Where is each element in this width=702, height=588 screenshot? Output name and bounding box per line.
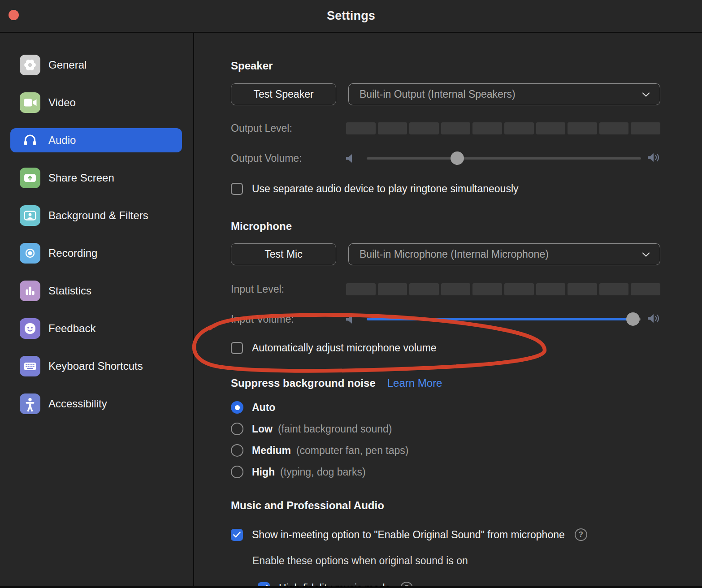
settings-window: Settings General xyxy=(0,0,702,588)
share-screen-icon xyxy=(20,168,40,188)
headphones-icon xyxy=(20,130,40,151)
sidebar-item-label: Statistics xyxy=(48,285,91,297)
sidebar-item-label: Audio xyxy=(48,134,76,147)
accessibility-icon xyxy=(20,393,40,414)
suppress-noise-heading: Suppress background noise xyxy=(231,377,376,389)
video-camera-icon xyxy=(20,92,40,113)
high-fidelity-checkbox-row: High fidelity music mode ? xyxy=(231,582,660,588)
radio-auto[interactable] xyxy=(231,401,243,414)
noise-option-low: Low (faint background sound) xyxy=(231,423,660,435)
input-level-label: Input Level: xyxy=(231,283,346,295)
sidebar-item-label: General xyxy=(48,59,87,71)
sidebar-item-general[interactable]: General xyxy=(10,53,182,77)
original-sound-checkbox-label: Show in-meeting option to "Enable Origin… xyxy=(252,529,565,541)
input-volume-knob[interactable] xyxy=(626,312,640,326)
sidebar-item-keyboard-shortcuts[interactable]: Keyboard Shortcuts xyxy=(10,354,182,378)
auto-adjust-checkbox-label: Automatically adjust microphone volume xyxy=(252,342,437,354)
radio-medium[interactable] xyxy=(231,444,243,457)
original-sound-checkbox[interactable] xyxy=(231,529,243,541)
music-audio-heading: Music and Professional Audio xyxy=(231,499,660,512)
output-volume-row: Output Volume: xyxy=(231,151,660,165)
sidebar-item-label: Accessibility xyxy=(48,398,107,410)
auto-adjust-checkbox-row: Automatically adjust microphone volume xyxy=(231,342,660,354)
radio-high-label: High xyxy=(252,466,275,478)
mic-loud-icon xyxy=(648,313,660,325)
titlebar: Settings xyxy=(0,0,702,33)
ringtone-checkbox[interactable] xyxy=(231,183,243,195)
learn-more-link[interactable]: Learn More xyxy=(387,377,442,389)
input-level-meter xyxy=(346,283,660,295)
radio-low-hint: (faint background sound) xyxy=(278,423,392,435)
sidebar-item-label: Video xyxy=(48,96,76,109)
sidebar-item-feedback[interactable]: Feedback xyxy=(10,316,182,341)
speaker-controls-row: Test Speaker Built-in Output (Internal S… xyxy=(231,83,660,105)
radio-high[interactable] xyxy=(231,466,243,478)
noise-option-auto: Auto xyxy=(231,401,660,414)
close-button[interactable] xyxy=(9,10,19,20)
chevron-down-icon xyxy=(642,252,650,257)
input-volume-slider[interactable] xyxy=(367,312,641,326)
speaker-heading: Speaker xyxy=(231,60,660,72)
person-frame-icon xyxy=(20,205,40,226)
sidebar-item-label: Feedback xyxy=(48,322,95,335)
radio-medium-label: Medium xyxy=(252,445,291,457)
sidebar-item-label: Recording xyxy=(48,247,97,259)
radio-high-hint: (typing, dog barks) xyxy=(280,466,365,478)
chevron-down-icon xyxy=(642,92,650,97)
sidebar-item-recording[interactable]: Recording xyxy=(10,241,182,265)
keyboard-icon xyxy=(20,356,40,376)
test-speaker-button[interactable]: Test Speaker xyxy=(231,83,336,105)
checkmark-icon xyxy=(260,585,268,588)
output-level-meter xyxy=(346,122,660,134)
noise-option-high: High (typing, dog barks) xyxy=(231,466,660,478)
ringtone-checkbox-label: Use separate audio device to play ringto… xyxy=(252,183,519,195)
output-volume-slider[interactable] xyxy=(367,151,641,165)
output-level-label: Output Level: xyxy=(231,122,346,134)
speaker-loud-icon xyxy=(648,152,660,164)
radio-low[interactable] xyxy=(231,423,243,435)
mic-device-value: Built-in Microphone (Internal Microphone… xyxy=(360,248,549,260)
speaker-device-dropdown[interactable]: Built-in Output (Internal Speakers) xyxy=(348,83,660,105)
sidebar-item-share-screen[interactable]: Share Screen xyxy=(10,166,182,190)
input-volume-label: Input Volume: xyxy=(231,313,346,325)
output-volume-label: Output Volume: xyxy=(231,152,346,164)
gear-icon xyxy=(20,55,40,75)
original-sound-checkbox-row: Show in-meeting option to "Enable Origin… xyxy=(231,528,660,541)
bar-chart-icon xyxy=(20,281,40,301)
noise-option-medium: Medium (computer fan, pen taps) xyxy=(231,444,660,457)
speaker-device-value: Built-in Output (Internal Speakers) xyxy=(360,88,516,100)
radio-auto-label: Auto xyxy=(252,402,275,414)
sidebar-item-accessibility[interactable]: Accessibility xyxy=(10,392,182,416)
mic-device-dropdown[interactable]: Built-in Microphone (Internal Microphone… xyxy=(348,243,660,265)
record-icon xyxy=(20,243,40,264)
audio-settings-panel: Speaker Test Speaker Built-in Output (In… xyxy=(194,33,702,587)
smiley-icon xyxy=(20,318,40,339)
radio-low-label: Low xyxy=(252,423,273,435)
sidebar-item-background-filters[interactable]: Background & Filters xyxy=(10,203,182,228)
mic-mute-icon xyxy=(346,315,357,324)
mic-controls-row: Test Mic Built-in Microphone (Internal M… xyxy=(231,243,660,265)
sidebar-item-label: Share Screen xyxy=(48,172,114,184)
input-volume-row: Input Volume: xyxy=(231,312,660,326)
high-fidelity-checkbox-label: High fidelity music mode xyxy=(279,582,390,588)
help-icon[interactable]: ? xyxy=(400,582,413,588)
radio-medium-hint: (computer fan, pen taps) xyxy=(296,445,409,457)
input-level-row: Input Level: xyxy=(231,283,660,295)
microphone-heading: Microphone xyxy=(231,220,660,233)
test-mic-button[interactable]: Test Mic xyxy=(231,243,336,265)
sidebar-item-label: Background & Filters xyxy=(48,209,148,222)
help-icon[interactable]: ? xyxy=(575,528,587,541)
original-sound-note: Enable these options when original sound… xyxy=(231,555,660,567)
ringtone-checkbox-row: Use separate audio device to play ringto… xyxy=(231,182,660,195)
speaker-mute-icon xyxy=(346,154,357,163)
checkmark-icon xyxy=(233,532,241,538)
sidebar-item-statistics[interactable]: Statistics xyxy=(10,279,182,303)
sidebar-item-audio[interactable]: Audio xyxy=(10,128,182,152)
sidebar-item-label: Keyboard Shortcuts xyxy=(48,360,143,372)
sidebar-item-video[interactable]: Video xyxy=(10,91,182,115)
high-fidelity-checkbox[interactable] xyxy=(258,582,270,588)
auto-adjust-checkbox[interactable] xyxy=(231,342,243,354)
window-title: Settings xyxy=(327,9,375,23)
output-volume-knob[interactable] xyxy=(451,151,464,165)
sidebar: General Video xyxy=(0,33,194,587)
